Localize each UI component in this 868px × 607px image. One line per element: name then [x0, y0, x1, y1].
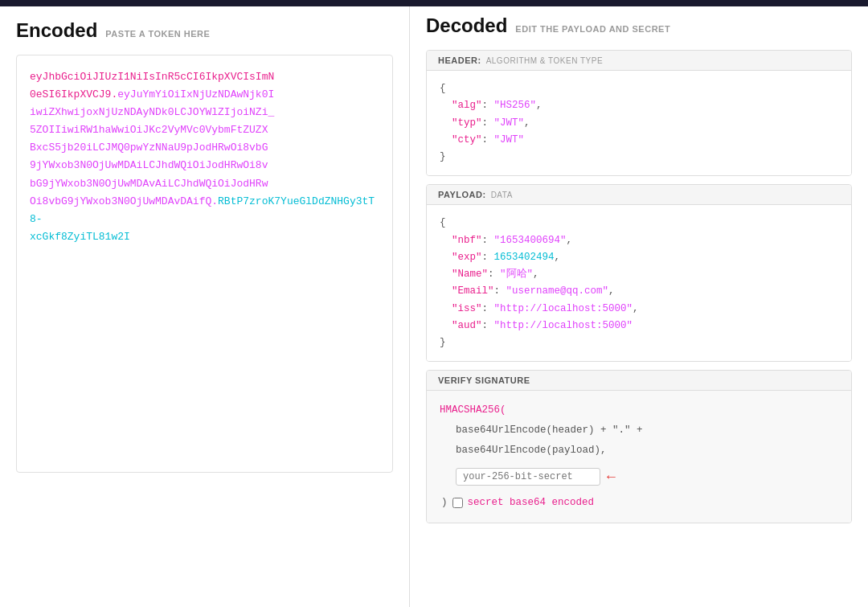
- left-panel: Encoded PASTE A TOKEN HERE eyJhbGciOiJIU…: [0, 6, 410, 607]
- verify-content: HMACSHA256( base64UrlEncode(header) + ".…: [427, 391, 851, 523]
- payload-sublabel: DATA: [491, 191, 513, 199]
- base64-label: secret base64 encoded: [468, 493, 595, 513]
- verify-close-row: ) secret base64 encoded: [440, 493, 838, 513]
- arrow-icon: ←: [607, 462, 616, 491]
- decoded-header: Decoded EDIT THE PAYLOAD AND SECRET: [426, 14, 852, 37]
- verify-label-bar: VERIFY SIGNATURE: [427, 371, 851, 391]
- header-content[interactable]: { "alg": "HS256", "typ": "JWT", "cty": "…: [427, 71, 851, 175]
- payload-label-bar: PAYLOAD: DATA: [427, 185, 851, 205]
- verify-line1: base64UrlEncode(header) + "." +: [440, 420, 838, 441]
- encoded-header: Encoded PASTE A TOKEN HERE: [16, 19, 393, 42]
- verify-label: VERIFY SIGNATURE: [438, 375, 530, 385]
- encoded-token: eyJhbGciOiJIUzI1NiIsInR5cCI6IkpXVCIsImN0…: [30, 68, 379, 246]
- header-json: { "alg": "HS256", "typ": "JWT", "cty": "…: [440, 80, 838, 166]
- hmac-label: HMACSHA256(: [440, 404, 506, 416]
- base64-checkbox[interactable]: [452, 498, 463, 508]
- payload-json: { "nbf": "1653400694", "exp": 1653402494…: [440, 215, 838, 351]
- top-bar: [0, 0, 868, 6]
- payload-content[interactable]: { "nbf": "1653400694", "exp": 1653402494…: [427, 205, 851, 361]
- payload-label: PAYLOAD:: [438, 190, 486, 199]
- header-sublabel: ALGORITHM & TOKEN TYPE: [486, 56, 603, 65]
- encoded-token-box[interactable]: eyJhbGciOiJIUzI1NiIsInR5cCI6IkpXVCIsImN0…: [16, 55, 393, 473]
- secret-input-row: ←: [440, 462, 838, 491]
- header-label-bar: HEADER: ALGORITHM & TOKEN TYPE: [427, 51, 851, 71]
- encoded-title: Encoded: [16, 19, 97, 42]
- right-panel: Decoded EDIT THE PAYLOAD AND SECRET HEAD…: [410, 6, 868, 607]
- verify-close-paren: ): [441, 493, 448, 513]
- decoded-subtitle: EDIT THE PAYLOAD AND SECRET: [515, 24, 670, 34]
- verify-line2: base64UrlEncode(payload),: [440, 441, 838, 461]
- secret-input[interactable]: [456, 468, 600, 486]
- token-part2: eyJuYmYiOiIxNjUzNDAwNjk0IiwiZXhwijoxNjUz…: [30, 88, 274, 207]
- encoded-subtitle: PASTE A TOKEN HERE: [105, 29, 210, 39]
- payload-section: PAYLOAD: DATA { "nbf": "1653400694", "ex…: [426, 184, 852, 362]
- header-label: HEADER:: [438, 55, 481, 65]
- main-container: Encoded PASTE A TOKEN HERE eyJhbGciOiJIU…: [0, 6, 868, 607]
- decoded-title: Decoded: [426, 14, 507, 37]
- verify-section: VERIFY SIGNATURE HMACSHA256( base64UrlEn…: [426, 370, 852, 523]
- header-section: HEADER: ALGORITHM & TOKEN TYPE { "alg": …: [426, 50, 852, 176]
